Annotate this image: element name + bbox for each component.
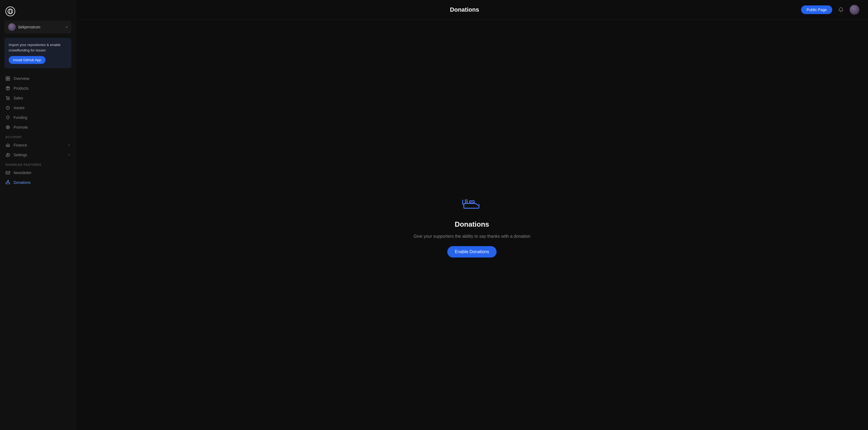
svg-rect-2 [6,77,8,78]
svg-point-11 [7,154,8,156]
sidebar-item-overview[interactable]: Overview [2,74,73,84]
svg-rect-5 [8,79,10,80]
finance-icon [5,143,10,147]
empty-state: Donations Give your supporters the abili… [413,192,530,258]
notifications-icon[interactable] [837,5,845,14]
sidebar-item-issues-label: Issues [13,106,24,110]
sidebar-item-newsletter[interactable]: Newsletter [2,168,73,178]
user-name: birkjernstrom [19,25,40,29]
account-section-label: ACCOUNT [0,132,75,140]
products-icon [5,86,10,91]
svg-point-0 [8,9,13,14]
public-page-button[interactable]: Public Page [801,5,832,14]
external-link-icon: ↗ [67,143,70,147]
content-area: Donations Give your supporters the abili… [76,20,868,430]
import-card-text: Import your repositories & enable crowdf… [9,42,67,53]
sidebar: birkjernstrom ▾ Import your repositories… [0,0,76,430]
external-link-icon-2: ↗ [67,153,70,157]
donation-illustration [461,192,483,213]
finance-left: Finance [5,143,27,147]
header-avatar[interactable] [849,5,859,14]
sidebar-item-funding-label: Funding [13,115,27,120]
install-github-app-button[interactable]: Install GitHub App [9,56,45,64]
donations-nav-icon [5,180,10,185]
sidebar-item-newsletter-label: Newsletter [13,171,31,175]
main-content: Donations Public Page [76,0,868,430]
funding-icon [5,115,10,120]
settings-left: Settings [5,153,27,157]
settings-icon [5,153,10,157]
sidebar-item-finance-label: Finance [13,143,27,147]
sidebar-item-promote[interactable]: Promote [2,122,73,132]
disabled-section-label: DISABLED FEATURES [0,160,75,168]
sidebar-item-settings[interactable]: Settings ↗ [2,150,73,160]
sidebar-item-issues[interactable]: Issues [2,103,73,113]
sidebar-item-donations[interactable]: Donations [2,178,73,187]
avatar [8,23,16,31]
sidebar-item-funding[interactable]: Funding [2,113,73,122]
logo-area [0,4,75,21]
user-selector-left: birkjernstrom [8,23,40,31]
promote-icon [5,125,10,130]
sidebar-item-products-label: Products [13,86,28,91]
user-selector[interactable]: birkjernstrom ▾ [4,21,71,34]
nav-main: Overview Products Sales [0,74,75,132]
sidebar-item-donations-label: Donations [13,180,31,185]
newsletter-icon [5,170,10,175]
svg-point-6 [7,99,8,100]
sidebar-item-finance[interactable]: Finance ↗ [2,140,73,150]
sidebar-item-products[interactable]: Products [2,84,73,93]
sidebar-item-settings-label: Settings [13,153,27,157]
sidebar-item-sales[interactable]: Sales [2,93,73,103]
issues-icon [5,105,10,110]
nav-disabled: Newsletter Donations [0,168,75,187]
enable-donations-button[interactable]: Enable Donations [447,246,497,258]
sidebar-item-sales-label: Sales [13,96,23,100]
svg-rect-4 [6,79,8,80]
svg-rect-12 [6,171,10,174]
header-right: Public Page [801,5,859,14]
sidebar-item-promote-label: Promote [13,125,28,129]
nav-account: Finance ↗ Settings ↗ [0,140,75,160]
overview-icon [5,76,10,81]
page-title: Donations [450,6,479,13]
svg-rect-3 [8,77,10,78]
sidebar-item-overview-label: Overview [13,76,29,81]
svg-point-10 [7,127,9,128]
import-card: Import your repositories & enable crowdf… [4,38,71,68]
empty-state-title: Donations [455,220,489,229]
empty-state-description: Give your supporters the ability to say … [413,233,530,240]
svg-point-7 [9,99,9,100]
sales-icon [5,96,10,100]
chevron-down-icon: ▾ [66,25,67,29]
svg-point-1 [9,9,11,14]
app-logo [5,6,15,16]
header: Donations Public Page [76,0,868,20]
